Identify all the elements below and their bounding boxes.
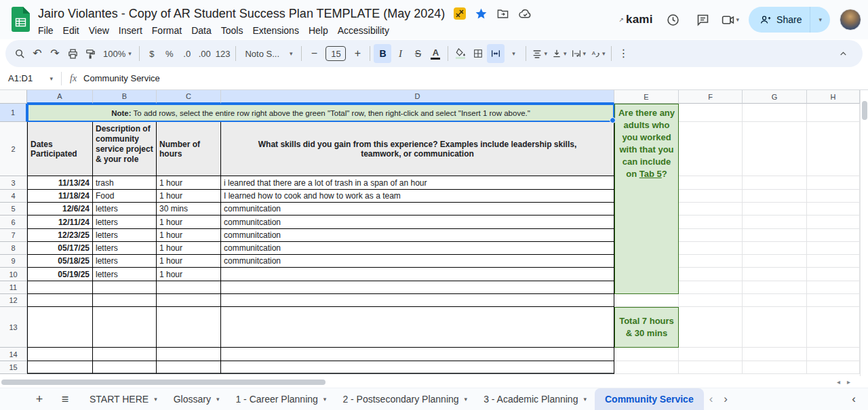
- empty-cell[interactable]: [679, 176, 743, 190]
- menu-item-data[interactable]: Data: [186, 24, 216, 37]
- empty-cell[interactable]: [807, 268, 860, 281]
- cell-hours[interactable]: 1 hour: [157, 190, 221, 203]
- cell-hours[interactable]: 1 hour: [157, 229, 221, 242]
- empty-cell[interactable]: [157, 294, 221, 307]
- cell-skills[interactable]: communitcation: [221, 255, 614, 268]
- cell-desc[interactable]: letters: [93, 216, 157, 229]
- empty-cell[interactable]: [27, 281, 93, 294]
- empty-cell[interactable]: [743, 104, 807, 122]
- row-header-7[interactable]: 7: [0, 229, 27, 242]
- cell-hours[interactable]: 1 hour: [157, 255, 221, 268]
- font-size-input[interactable]: 15: [326, 46, 346, 61]
- empty-cell[interactable]: [743, 255, 807, 268]
- empty-cell[interactable]: [614, 361, 679, 374]
- side-note-cell[interactable]: Are there any adults who you worked with…: [614, 104, 679, 294]
- row-header-2[interactable]: 2: [0, 122, 27, 176]
- column-header-b[interactable]: B: [93, 90, 157, 104]
- empty-cell[interactable]: [743, 307, 807, 348]
- empty-cell[interactable]: [93, 281, 157, 294]
- cell-skills[interactable]: communitcation: [221, 229, 614, 242]
- empty-cell[interactable]: [679, 229, 743, 242]
- move-folder-icon[interactable]: [496, 7, 509, 20]
- text-color-button[interactable]: A: [427, 44, 444, 63]
- formula-input[interactable]: Community Service: [83, 73, 868, 83]
- empty-cell[interactable]: [743, 268, 807, 281]
- row-header-1[interactable]: 1: [0, 104, 27, 122]
- menu-item-extensions[interactable]: Extensions: [248, 24, 303, 37]
- cloud-status-icon[interactable]: [518, 7, 532, 21]
- empty-cell[interactable]: [807, 348, 860, 361]
- empty-cell[interactable]: [614, 348, 679, 361]
- menu-item-file[interactable]: File: [33, 24, 58, 37]
- empty-cell[interactable]: [743, 229, 807, 242]
- borders-button[interactable]: [469, 44, 487, 63]
- empty-cell[interactable]: [221, 307, 614, 348]
- empty-cell[interactable]: [679, 268, 743, 281]
- empty-cell[interactable]: [93, 294, 157, 307]
- header-cell-hours[interactable]: Number of hours: [157, 122, 221, 176]
- empty-cell[interactable]: [221, 294, 614, 307]
- italic-button[interactable]: I: [391, 44, 409, 63]
- cell-desc[interactable]: letters: [93, 242, 157, 255]
- sheet-tab-start-here[interactable]: START HERE ▾: [81, 388, 165, 410]
- empty-cell[interactable]: [221, 361, 614, 374]
- meet-button[interactable]: ▾: [721, 13, 740, 27]
- row-header-11[interactable]: 11: [0, 281, 27, 294]
- cell-desc[interactable]: Food: [93, 190, 157, 203]
- cell-date[interactable]: 12/6/24: [27, 203, 93, 216]
- empty-cell[interactable]: [221, 281, 614, 294]
- empty-cell[interactable]: [679, 361, 743, 374]
- row-header-15[interactable]: 15: [0, 361, 27, 374]
- empty-cell[interactable]: [679, 122, 743, 176]
- merge-dropdown-button[interactable]: ▾: [505, 44, 522, 63]
- row-header-4[interactable]: 4: [0, 190, 27, 203]
- header-cell-description[interactable]: Description of community service project…: [93, 122, 157, 176]
- currency-format-button[interactable]: $: [143, 44, 161, 63]
- kami-doc-icon[interactable]: [454, 7, 466, 20]
- cell-skills[interactable]: i leanred that there are a lot of trash …: [221, 176, 614, 190]
- column-header-e[interactable]: E: [614, 90, 679, 104]
- increase-decimals-button[interactable]: .00: [196, 44, 214, 63]
- empty-cell[interactable]: [27, 294, 93, 307]
- header-cell-skills[interactable]: What skills did you gain from this exper…: [221, 122, 614, 176]
- empty-cell[interactable]: [27, 361, 93, 374]
- empty-cell[interactable]: [27, 348, 93, 361]
- empty-cell[interactable]: [679, 242, 743, 255]
- menu-item-format[interactable]: Format: [147, 24, 186, 37]
- empty-cell[interactable]: [679, 255, 743, 268]
- cell-date[interactable]: 11/13/24: [27, 176, 93, 190]
- empty-cell[interactable]: [743, 216, 807, 229]
- empty-cell[interactable]: [807, 176, 860, 190]
- redo-button[interactable]: ↷: [46, 44, 64, 63]
- empty-cell[interactable]: [743, 122, 807, 176]
- select-all-corner[interactable]: [0, 90, 27, 104]
- share-dropdown[interactable]: ▾: [810, 7, 830, 33]
- side-panel-collapse-button[interactable]: ‹: [852, 392, 856, 406]
- row-header-13[interactable]: 13: [0, 307, 27, 348]
- sheet-tab-academic-planning[interactable]: 3 - Academic Planning ▾: [475, 388, 595, 410]
- name-box[interactable]: A1:D1 ▾: [0, 73, 58, 83]
- cell-date[interactable]: 05/18/25: [27, 255, 93, 268]
- empty-cell[interactable]: [614, 294, 679, 307]
- empty-cell[interactable]: [743, 281, 807, 294]
- add-sheet-button[interactable]: +: [30, 390, 49, 409]
- sheet-tab-community-service[interactable]: Community Service: [595, 388, 704, 410]
- column-header-f[interactable]: F: [679, 90, 743, 104]
- cell-desc[interactable]: letters: [93, 268, 157, 281]
- empty-cell[interactable]: [679, 190, 743, 203]
- cell-skills[interactable]: communitcation: [221, 216, 614, 229]
- merge-cells-button[interactable]: [487, 44, 505, 63]
- empty-cell[interactable]: [27, 307, 93, 348]
- empty-cell[interactable]: [743, 348, 807, 361]
- row-header-3[interactable]: 3: [0, 176, 27, 190]
- horizontal-align-button[interactable]: ▾: [530, 44, 549, 63]
- cell-hours[interactable]: 1 hour: [157, 176, 221, 190]
- empty-cell[interactable]: [679, 307, 743, 348]
- cell-skills[interactable]: communitcation: [221, 242, 614, 255]
- menu-item-accessibility[interactable]: Accessibility: [333, 24, 394, 37]
- share-button[interactable]: Share ▾: [749, 7, 830, 33]
- vertical-scrollbar-thumb[interactable]: [862, 101, 867, 120]
- menu-item-help[interactable]: Help: [304, 24, 333, 37]
- row-header-12[interactable]: 12: [0, 294, 27, 307]
- empty-cell[interactable]: [743, 361, 807, 374]
